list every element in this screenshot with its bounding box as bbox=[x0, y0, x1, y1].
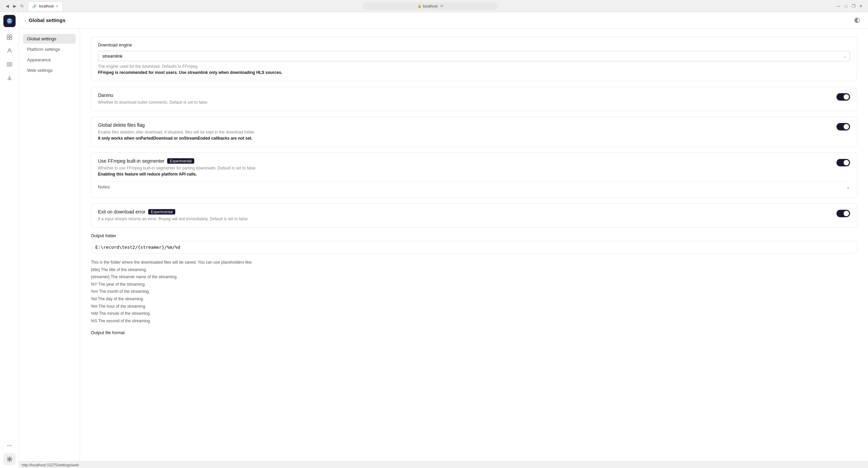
exit-on-error-toggle-track[interactable] bbox=[836, 210, 850, 217]
download-engine-select-wrapper: streamlink ffmpeg ⌄ bbox=[98, 51, 850, 61]
sidebar-item-recordings[interactable] bbox=[3, 58, 16, 70]
exit-on-error-section: Exit on download error Experimental If a… bbox=[91, 203, 857, 228]
svg-point-9 bbox=[9, 445, 10, 446]
ffmpeg-segmenter-section: Use FFmpeg built-in segmenter Experiment… bbox=[91, 152, 857, 198]
output-folder-input-section bbox=[91, 241, 857, 253]
app-container: › Global settings Global settings bbox=[0, 12, 868, 468]
browser-nav-controls: ◀ ▶ ↻ bbox=[4, 3, 25, 9]
ffmpeg-segmenter-toggle-thumb bbox=[844, 160, 849, 165]
app-logo bbox=[3, 15, 16, 27]
svg-rect-3 bbox=[7, 38, 9, 40]
output-folder-label: Output folder bbox=[91, 233, 857, 238]
header-chevron-icon[interactable]: › bbox=[24, 18, 26, 23]
header-right bbox=[852, 15, 863, 26]
maximize-button[interactable]: □ bbox=[843, 3, 849, 9]
page-title: Global settings bbox=[29, 17, 65, 23]
nav-item-web-settings[interactable]: Web settings bbox=[23, 65, 76, 75]
svg-point-7 bbox=[8, 64, 10, 65]
sidebar-item-settings[interactable] bbox=[3, 453, 16, 465]
notes-dropdown[interactable]: Notes: ⌄ bbox=[98, 181, 850, 192]
download-engine-label: Download engine bbox=[98, 42, 850, 47]
output-folder-input[interactable] bbox=[95, 245, 853, 250]
exit-on-error-desc: If a input stream returns an error, ffmp… bbox=[98, 216, 831, 222]
global-delete-files-desc: Enable files deletion after download, if… bbox=[98, 129, 831, 141]
danmu-title: Danmu bbox=[98, 93, 831, 98]
global-delete-files-row: Global delete files flag Enable files de… bbox=[98, 122, 850, 141]
output-folder-help: This is the folder where the downloaded … bbox=[91, 259, 857, 325]
notes-label: Notes: bbox=[98, 184, 111, 189]
minimize-button[interactable]: — bbox=[835, 3, 842, 9]
exit-on-error-title: Exit on download error Experimental bbox=[98, 209, 831, 215]
output-file-format-group: Output file format bbox=[91, 330, 857, 335]
svg-point-11 bbox=[8, 459, 10, 460]
icon-sidebar bbox=[0, 12, 19, 468]
page-header: › Global settings bbox=[19, 12, 868, 28]
status-bar: http://localhost:15275/settings/web bbox=[19, 461, 868, 468]
sidebar-item-download[interactable] bbox=[3, 72, 16, 84]
sidebar-item-more[interactable] bbox=[3, 440, 16, 452]
ffmpeg-segmenter-badge: Experimental bbox=[167, 158, 194, 164]
back-button[interactable]: ◀ bbox=[4, 3, 10, 9]
refresh-button[interactable]: ↻ bbox=[19, 3, 25, 9]
nav-item-global-settings[interactable]: Global settings bbox=[23, 34, 76, 44]
exit-on-error-toggle-thumb bbox=[844, 211, 849, 216]
ffmpeg-segmenter-desc: Whether to use FFmpeg built-in segmenter… bbox=[98, 165, 831, 177]
main-area: › Global settings Global settings bbox=[19, 12, 868, 468]
address-bar[interactable]: 🔒 localhost ⇄ bbox=[362, 2, 498, 10]
global-delete-files-info: Global delete files flag Enable files de… bbox=[98, 122, 831, 141]
exit-on-error-badge: Experimental bbox=[148, 209, 175, 215]
download-engine-help-line1: The engine used for the download. Defaul… bbox=[98, 64, 199, 69]
global-delete-files-toggle-track[interactable] bbox=[836, 123, 850, 130]
status-url: http://localhost:15275/settings/web bbox=[22, 463, 79, 467]
ffmpeg-segmenter-desc2: Enabling this feature will reduce platfo… bbox=[98, 172, 197, 177]
danmu-toggle[interactable] bbox=[836, 93, 850, 101]
tab-bar: 🔗 localhost ✕ bbox=[28, 1, 360, 11]
danmu-info: Danmu Whether to download bullet comment… bbox=[98, 93, 831, 105]
danmu-section: Danmu Whether to download bullet comment… bbox=[91, 87, 857, 111]
global-delete-files-section: Global delete files flag Enable files de… bbox=[91, 117, 857, 147]
sidebar-item-users[interactable] bbox=[3, 45, 16, 57]
tab-label: localhost bbox=[39, 4, 54, 8]
exit-on-error-info: Exit on download error Experimental If a… bbox=[98, 209, 831, 222]
global-delete-files-toggle-thumb bbox=[844, 124, 849, 129]
output-folder-group: Output folder This is the folder where t… bbox=[91, 233, 857, 325]
download-engine-section: Download engine streamlink ffmpeg ⌄ The … bbox=[91, 37, 857, 81]
browser-tab[interactable]: 🔗 localhost ✕ bbox=[28, 1, 63, 11]
global-delete-files-toggle[interactable] bbox=[836, 123, 850, 130]
svg-rect-4 bbox=[10, 38, 12, 40]
settings-nav: Global settings Platform settings Appear… bbox=[19, 28, 80, 461]
ffmpeg-segmenter-row: Use FFmpeg built-in segmenter Experiment… bbox=[98, 158, 850, 177]
exit-on-error-row: Exit on download error Experimental If a… bbox=[98, 209, 850, 222]
content-layout: Global settings Platform settings Appear… bbox=[19, 28, 868, 461]
close-button[interactable]: ✕ bbox=[858, 3, 864, 9]
ffmpeg-segmenter-title: Use FFmpeg built-in segmenter Experiment… bbox=[98, 158, 831, 164]
svg-rect-2 bbox=[10, 35, 12, 37]
nav-item-appearance[interactable]: Appearance bbox=[23, 55, 76, 65]
ffmpeg-segmenter-toggle[interactable] bbox=[836, 159, 850, 166]
theme-toggle-button[interactable] bbox=[852, 15, 863, 26]
svg-rect-6 bbox=[7, 63, 12, 66]
svg-point-8 bbox=[7, 445, 8, 446]
svg-rect-1 bbox=[7, 35, 9, 37]
ffmpeg-segmenter-toggle-track[interactable] bbox=[836, 159, 850, 166]
sidebar-item-dashboard[interactable] bbox=[3, 31, 16, 43]
danmu-desc: Whether to download bullet comments. Def… bbox=[98, 99, 831, 105]
exit-on-error-toggle[interactable] bbox=[836, 210, 850, 217]
danmu-toggle-thumb bbox=[844, 94, 849, 100]
nav-item-platform-settings[interactable]: Platform settings bbox=[23, 44, 76, 54]
svg-point-10 bbox=[11, 445, 12, 446]
notes-chevron-icon: ⌄ bbox=[846, 184, 850, 189]
forward-button[interactable]: ▶ bbox=[12, 3, 18, 9]
settings-content: Download engine streamlink ffmpeg ⌄ The … bbox=[80, 28, 868, 461]
download-engine-help-line2: FFmpeg is recommended for most users. Us… bbox=[98, 70, 282, 75]
download-engine-help: The engine used for the download. Defaul… bbox=[98, 63, 850, 76]
danmu-toggle-track[interactable] bbox=[836, 93, 850, 101]
global-delete-files-title: Global delete files flag bbox=[98, 122, 831, 128]
address-text: localhost bbox=[423, 4, 437, 8]
danmu-row: Danmu Whether to download bullet comment… bbox=[98, 93, 850, 105]
restore-button[interactable]: ❐ bbox=[850, 3, 856, 9]
browser-chrome: ◀ ▶ ↻ 🔗 localhost ✕ 🔒 localhost ⇄ — □ ❐ … bbox=[0, 0, 868, 12]
svg-point-5 bbox=[8, 49, 11, 51]
download-engine-select[interactable]: streamlink ffmpeg bbox=[98, 51, 850, 61]
ffmpeg-segmenter-info: Use FFmpeg built-in segmenter Experiment… bbox=[98, 158, 831, 177]
